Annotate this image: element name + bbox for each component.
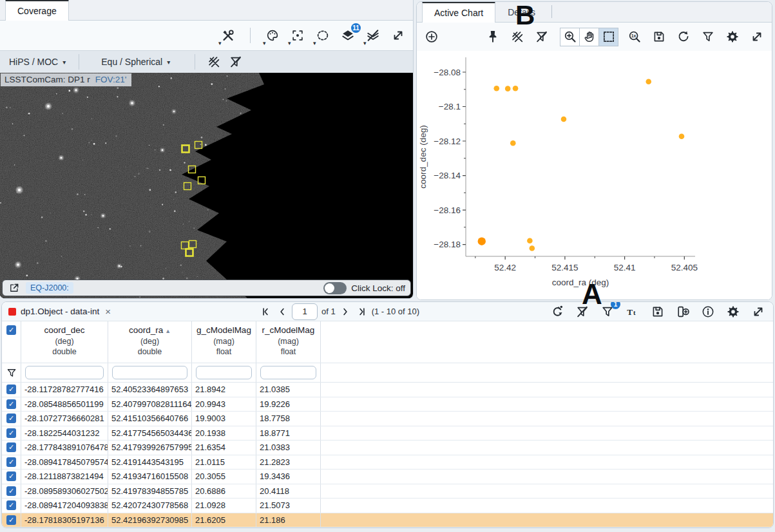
column-header-coord_ra[interactable]: coord_ra▲(deg)double [108,321,192,363]
data-point[interactable] [527,238,533,243]
prev-page-icon[interactable] [276,303,288,320]
zoom-in-icon [562,28,579,45]
svg-text:−28.18: −28.18 [434,240,461,249]
hips-moc-dropdown[interactable]: HiPS / MOC ▾ [6,57,68,67]
scatter-chart[interactable]: 52.4252.41552.4152.405−28.08−28.1−28.12−… [417,51,770,299]
layers-off-icon[interactable]: ▾ [365,27,381,44]
ellipse-select-icon[interactable]: ▾ [314,27,331,44]
click-lock-label: Click Lock: off [351,283,405,293]
chart-area: 52.4252.41552.4152.405−28.08−28.1−28.12−… [417,51,772,299]
info-icon[interactable] [700,303,716,320]
cell-coord_dec: -28.089589306027502 [21,484,108,499]
row-checkbox[interactable]: ✓ [6,457,16,467]
row-checkbox[interactable]: ✓ [6,428,16,438]
color-palette-icon[interactable]: ▾ [264,27,281,44]
table-row[interactable]: ✓-28.08941784507957452.419144354319521.0… [2,455,773,470]
cell-g_cModelMag: 21.6354 [192,441,256,455]
cell-coord_ra: 52.41934716015508 [108,470,192,484]
pan-tool-button[interactable] [579,28,599,46]
add-chart-icon[interactable] [423,28,440,45]
table-row[interactable]: ✓-28.182254403123252.41775456503443620.1… [2,426,773,441]
table-row[interactable]: ✓-28.08958930602750252.4197839485578520.… [2,484,773,499]
filter-icon[interactable] [700,28,716,45]
settings-gear-icon[interactable] [724,28,741,45]
table-row[interactable]: ✓-28.1172878277741652.4052336489765321.8… [2,383,773,397]
settings-gear-icon[interactable] [725,303,742,320]
row-checkbox[interactable]: ✓ [6,442,16,452]
table-row[interactable]: ✓-28.08941720409383852.4207243077856821.… [2,499,773,513]
filter-input-g_cModelMag[interactable] [196,366,252,379]
clear-filter-icon[interactable] [227,53,244,70]
data-point[interactable] [493,86,499,91]
save-icon[interactable] [649,303,666,320]
data-point[interactable] [561,117,567,122]
sky-viewer[interactable]: LSSTComCam: DP1 rFOV:21' EQ-J2000: Click… [0,73,413,298]
zoom-original-icon[interactable]: 1x [626,28,643,45]
expand-icon[interactable] [749,28,765,45]
refresh-icon[interactable] [675,28,692,45]
table-row[interactable]: ✓-28.1781830519713652.4219639273098521.6… [2,513,773,528]
cell-g_cModelMag: 21.6205 [192,513,256,527]
text-view-icon[interactable]: Tt [624,303,641,320]
pin-table-icon[interactable] [549,303,566,320]
chevron-down-icon: ▾ [288,41,291,46]
table-row[interactable]: ✓-28.0854885650119952.40799708281116420.… [2,397,773,412]
data-point[interactable] [510,140,516,146]
data-point[interactable] [679,133,685,139]
tools-icon[interactable]: ▾ [220,27,236,44]
select-area-tool-button[interactable] [598,28,618,46]
last-page-icon[interactable] [355,303,368,320]
data-point[interactable] [530,245,535,251]
row-range-label: (1 - 10 of 10) [372,307,419,316]
filter-input-coord_dec[interactable] [25,366,104,379]
row-checkbox[interactable]: ✓ [6,471,16,481]
tab-coverage[interactable]: Coverage [5,0,69,21]
table-row[interactable]: ✓-28.1072773666028152.4151035664076619.9… [2,412,773,426]
save-icon[interactable] [651,28,667,45]
layers-icon[interactable]: 11 [340,27,356,44]
row-checkbox[interactable]: ✓ [6,500,16,510]
clear-filter-icon[interactable] [533,28,550,45]
row-checkbox[interactable]: ✓ [6,385,16,394]
sky-image[interactable] [0,73,412,298]
external-link-icon[interactable] [8,281,21,294]
add-column-icon[interactable] [675,303,691,320]
zoom-tool-button[interactable] [560,28,580,46]
data-table: ✓coord_dec(deg)doublecoord_ra▲(deg)doubl… [2,321,773,527]
chevron-down-icon: ▾ [313,41,316,46]
click-lock-toggle[interactable] [323,282,347,294]
table-row[interactable]: ✓-28.1211887382149452.4193471601550820.3… [2,470,773,484]
hips-divider2 [195,54,195,70]
select-all-checkbox[interactable]: ✓ [6,325,16,335]
data-point[interactable] [505,86,511,91]
row-checkbox[interactable]: ✓ [6,486,16,496]
expand-icon[interactable] [390,27,407,44]
filter-input-coord_ra[interactable] [112,366,187,379]
unselect-rows-icon[interactable] [206,53,222,70]
data-point[interactable] [513,86,519,91]
row-checkbox[interactable]: ✓ [6,399,16,409]
filter-input-r_cModelMag[interactable] [260,366,316,379]
tab-active-chart[interactable]: Active Chart [422,1,495,23]
column-header-r_cModelMag[interactable]: r_cModelMag(mag)float [256,321,321,363]
data-point-highlighted[interactable] [478,237,486,245]
page-number-input[interactable] [292,303,318,320]
recenter-icon[interactable]: ▾ [289,27,306,44]
close-icon[interactable]: × [105,306,111,317]
cell-coord_dec: -28.10727736660281 [21,412,108,426]
column-header-g_cModelMag[interactable]: g_cModelMag(mag)float [192,321,256,363]
row-checkbox[interactable]: ✓ [6,413,16,423]
row-checkbox[interactable]: ✓ [6,515,16,525]
cell-r_cModelMag: 21.186 [256,513,321,527]
next-page-icon[interactable] [340,303,351,320]
chevron-down-icon: ▾ [218,41,222,46]
expand-icon[interactable] [750,303,767,320]
cell-r_cModelMag: 18.7758 [256,412,321,426]
data-point[interactable] [646,79,651,84]
projection-dropdown[interactable]: Equ / Spherical ▾ [99,57,173,67]
column-header-coord_dec[interactable]: coord_dec(deg)double [21,321,108,363]
first-page-icon[interactable] [260,303,273,320]
cell-coord_dec: -28.089417845079574 [21,455,108,470]
table-row[interactable]: ✓-28.17784389107647852.41793992675799521… [2,441,773,455]
pin-icon[interactable] [484,28,501,45]
